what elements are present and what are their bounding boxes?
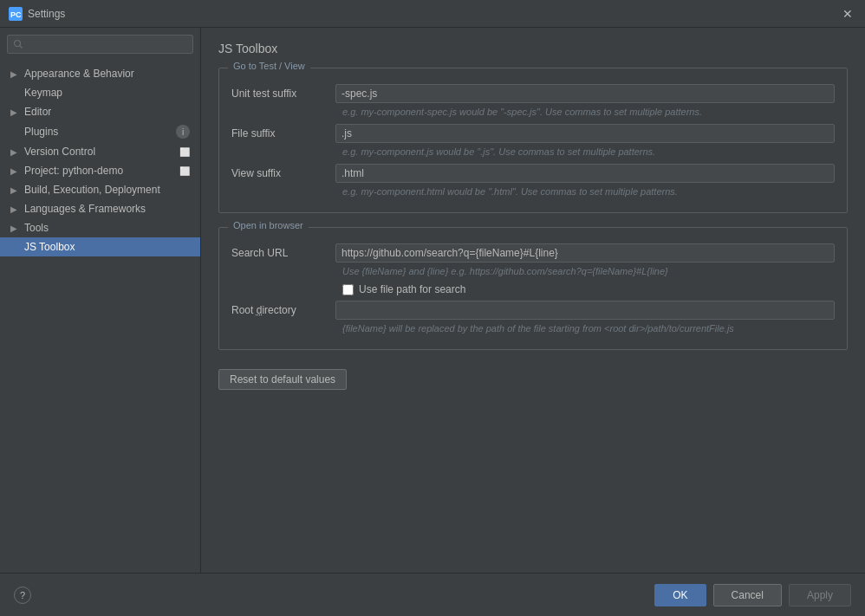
cancel-button[interactable]: Cancel bbox=[713, 584, 782, 606]
view-suffix-label: View suffix bbox=[231, 167, 335, 179]
expand-arrow-icon: ▶ bbox=[10, 147, 21, 157]
expand-arrow-icon: ▶ bbox=[10, 107, 21, 117]
bottom-buttons: OK Cancel Apply bbox=[654, 584, 851, 606]
bottom-bar: ? OK Cancel Apply bbox=[0, 573, 865, 616]
sidebar-item-tools[interactable]: ▶ Tools bbox=[0, 218, 200, 237]
window-title: Settings bbox=[28, 8, 839, 20]
expand-arrow-icon: ▶ bbox=[10, 69, 21, 79]
open-in-browser-legend: Open in browser bbox=[228, 220, 309, 230]
label-text: File suffix bbox=[231, 127, 275, 139]
sidebar-item-label: Build, Execution, Deployment bbox=[24, 184, 160, 196]
file-suffix-label: File suffix bbox=[231, 127, 335, 139]
sidebar-item-label: JS Toolbox bbox=[24, 241, 75, 253]
page-title: JS Toolbox bbox=[218, 42, 848, 55]
root-directory-row: Root directory bbox=[231, 301, 835, 320]
unit-test-suffix-hint: e.g. my-component-spec.js would be "-spe… bbox=[231, 107, 835, 117]
sidebar-item-label: Version Control bbox=[24, 146, 95, 158]
open-in-browser-section: Open in browser Search URL Use {fileName… bbox=[218, 227, 848, 350]
ok-button[interactable]: OK bbox=[654, 584, 706, 606]
search-input[interactable] bbox=[27, 38, 187, 50]
apply-button[interactable]: Apply bbox=[789, 584, 851, 606]
sidebar-item-keymap[interactable]: Keymap bbox=[0, 83, 200, 102]
sidebar-item-label: Plugins bbox=[24, 126, 58, 138]
search-url-label: Search URL bbox=[231, 247, 335, 259]
svg-point-2 bbox=[15, 41, 21, 47]
expand-arrow-icon: ▶ bbox=[10, 204, 21, 214]
root-directory-input[interactable] bbox=[335, 301, 835, 320]
reset-button[interactable]: Reset to default values bbox=[218, 369, 347, 390]
search-url-hint: Use {fileName} and {line} e.g. https://g… bbox=[231, 266, 835, 276]
label-text: Unit test suffix bbox=[231, 88, 296, 100]
view-suffix-input[interactable] bbox=[335, 164, 835, 183]
expand-arrow-icon: ▶ bbox=[10, 166, 21, 176]
dialog-content: ▶ Appearance & Behavior Keymap ▶ Editor … bbox=[0, 28, 865, 573]
sidebar-item-build[interactable]: ▶ Build, Execution, Deployment bbox=[0, 180, 200, 199]
unit-test-suffix-input[interactable] bbox=[335, 84, 835, 103]
title-bar: PC Settings ✕ bbox=[0, 0, 865, 28]
go-to-test-legend: Go to Test / View bbox=[228, 61, 310, 71]
svg-line-3 bbox=[20, 46, 23, 49]
svg-text:PC: PC bbox=[10, 10, 22, 19]
sidebar-item-version-control[interactable]: ▶ Version Control ⬜ bbox=[0, 142, 200, 161]
go-to-test-body: Unit test suffix e.g. my-component-spec.… bbox=[219, 68, 847, 212]
use-file-path-row: Use file path for search bbox=[231, 283, 835, 295]
use-file-path-checkbox[interactable] bbox=[342, 284, 354, 295]
close-button[interactable]: ✕ bbox=[839, 5, 856, 23]
sidebar-item-plugins[interactable]: Plugins i bbox=[0, 121, 200, 142]
sidebar-item-editor[interactable]: ▶ Editor bbox=[0, 102, 200, 121]
expand-arrow-icon: ▶ bbox=[10, 185, 21, 195]
label-text: View suffix bbox=[231, 167, 281, 179]
sidebar-item-js-toolbox[interactable]: JS Toolbox bbox=[0, 237, 200, 256]
go-to-test-section: Go to Test / View Unit test suffix e.g. … bbox=[218, 68, 848, 213]
settings-dialog: PC Settings ✕ ▶ Appearance & Behavior bbox=[0, 0, 865, 616]
main-content: JS Toolbox Go to Test / View Unit test s… bbox=[201, 28, 865, 573]
sidebar-item-appearance[interactable]: ▶ Appearance & Behavior bbox=[0, 64, 200, 83]
sidebar-item-label: Project: python-demo bbox=[24, 165, 123, 177]
view-suffix-hint: e.g. my-component.html would be ".html".… bbox=[231, 186, 835, 197]
file-suffix-row: File suffix bbox=[231, 124, 835, 143]
search-url-input[interactable] bbox=[335, 243, 835, 263]
sidebar-item-languages[interactable]: ▶ Languages & Frameworks bbox=[0, 199, 200, 218]
sidebar-nav: ▶ Appearance & Behavior Keymap ▶ Editor … bbox=[0, 61, 200, 573]
file-suffix-input[interactable] bbox=[335, 124, 835, 143]
repo-icon: ⬜ bbox=[179, 147, 190, 157]
search-url-row: Search URL bbox=[231, 243, 835, 263]
expand-arrow-icon: ▶ bbox=[10, 224, 21, 233]
label-text: Use file path for search bbox=[359, 283, 465, 295]
app-icon: PC bbox=[9, 7, 23, 21]
search-icon bbox=[13, 39, 23, 49]
sidebar-item-label: Tools bbox=[24, 222, 49, 234]
open-in-browser-body: Search URL Use {fileName} and {line} e.g… bbox=[219, 228, 847, 349]
search-box[interactable] bbox=[7, 35, 193, 54]
use-file-path-label: Use file path for search bbox=[359, 283, 465, 295]
unit-test-suffix-row: Unit test suffix bbox=[231, 84, 835, 103]
sidebar-item-label: Languages & Frameworks bbox=[24, 203, 146, 215]
unit-test-suffix-label: Unit test suffix bbox=[231, 88, 335, 100]
help-button[interactable]: ? bbox=[14, 587, 31, 604]
label-text: Root directory bbox=[231, 304, 296, 316]
sidebar-item-label: Editor bbox=[24, 106, 51, 118]
repo-icon: ⬜ bbox=[179, 166, 190, 176]
sidebar-item-label: Keymap bbox=[24, 87, 62, 99]
sidebar-item-project[interactable]: ▶ Project: python-demo ⬜ bbox=[0, 161, 200, 180]
file-suffix-hint: e.g. my-component.js would be ".js". Use… bbox=[231, 146, 835, 157]
view-suffix-row: View suffix bbox=[231, 164, 835, 183]
sidebar: ▶ Appearance & Behavior Keymap ▶ Editor … bbox=[0, 28, 201, 573]
sidebar-item-label: Appearance & Behavior bbox=[24, 68, 134, 80]
label-text: Search URL bbox=[231, 247, 288, 259]
root-directory-hint: {fileName} will be replaced by the path … bbox=[231, 323, 835, 334]
root-directory-label: Root directory bbox=[231, 304, 335, 316]
plugins-badge: i bbox=[176, 125, 190, 139]
